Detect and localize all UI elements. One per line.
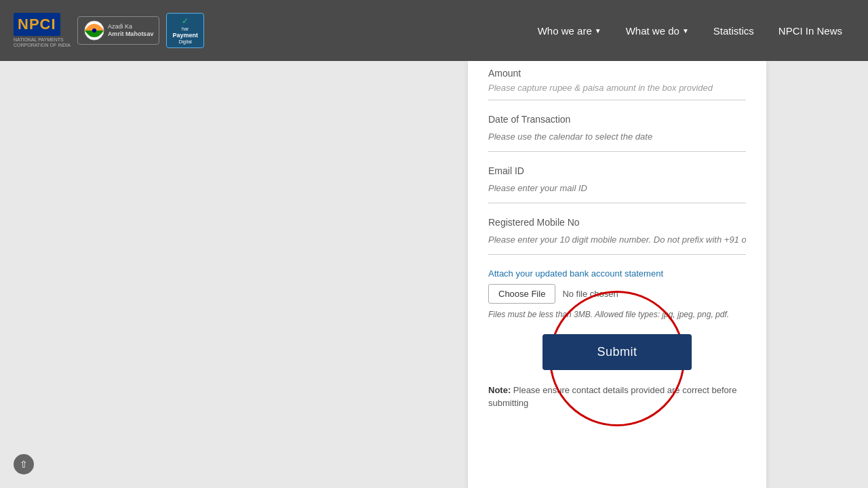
note-prefix: Note: [488,385,511,395]
note-section: Note: Please ensure contact details prov… [488,384,746,410]
file-attachment-section: Attach your updated bank account stateme… [488,268,746,321]
chevron-up-icon: ⇧ [20,459,28,470]
submit-button[interactable]: Submit [542,334,691,370]
mobile-field-group: Registered Mobile No [488,217,746,255]
nav-links: Who we are ▼ What we do ▼ Statistics NPC… [526,18,854,43]
submit-wrapper: Submit [488,334,746,370]
npci-logo-box: NPCI [14,13,60,36]
date-input[interactable] [488,129,746,144]
email-field-group: Email ID [488,165,746,203]
logo-group: NPCI NATIONAL PAYMENTSCORPORATION OF IND… [14,13,204,48]
svg-point-1 [92,28,96,33]
npci-logo[interactable]: NPCI NATIONAL PAYMENTSCORPORATION OF IND… [14,13,71,47]
nav-who-we-are[interactable]: Who we are ▼ [526,18,614,43]
amount-label: Amount [488,68,746,79]
npci-sub-text: NATIONAL PAYMENTSCORPORATION OF INDIA [14,37,71,47]
file-types-note: Files must be less than 3MB. Allowed fil… [488,309,746,321]
email-label: Email ID [488,165,746,176]
chevron-down-icon: ▼ [682,27,689,35]
amount-field-group: Amount Please capture rupee & paisa amou… [488,61,746,100]
mobile-label: Registered Mobile No [488,217,746,228]
payment-badge: ✓ har Payment Digital [166,13,204,48]
nav-npci-in-news[interactable]: NPCI In News [766,18,854,43]
email-input[interactable] [488,180,746,196]
date-field-group: Date of Transaction [488,114,746,152]
file-upload-row: Choose File No file chosen [488,284,746,304]
mobile-input[interactable] [488,232,746,247]
chevron-down-icon: ▼ [595,27,601,35]
choose-file-button[interactable]: Choose File [488,284,555,304]
nav-statistics[interactable]: Statistics [701,18,766,43]
attach-label: Attach your updated bank account stateme… [488,268,746,279]
note-body: Please ensure contact details provided a… [488,385,736,409]
page-body: Amount Please capture rupee & paisa amou… [0,61,868,488]
no-file-text: No file chosen [562,289,618,299]
azadi-icon [83,20,105,41]
azadi-badge: Azadi KaAmrit Mahotsav [77,16,160,45]
amount-placeholder: Please capture rupee & paisa amount in t… [488,83,746,93]
back-to-top-button[interactable]: ⇧ [14,454,34,474]
navbar: NPCI NATIONAL PAYMENTSCORPORATION OF IND… [0,0,868,61]
nav-what-we-do[interactable]: What we do ▼ [614,18,701,43]
form-container: Amount Please capture rupee & paisa amou… [468,61,766,488]
date-label: Date of Transaction [488,114,746,125]
